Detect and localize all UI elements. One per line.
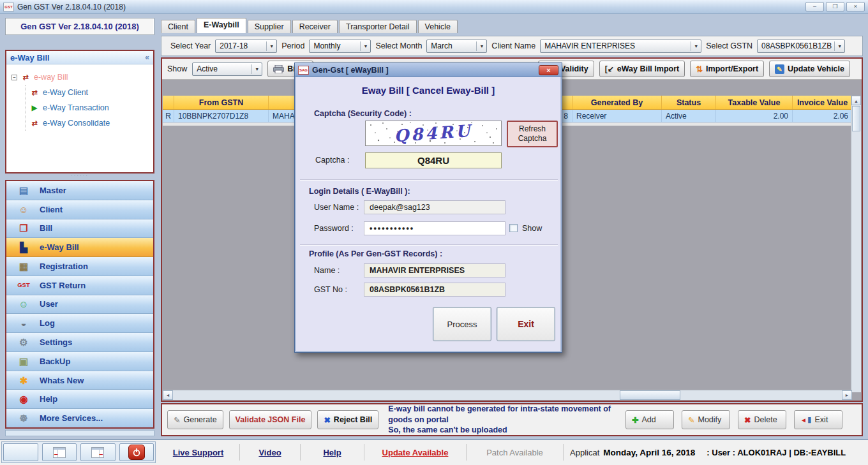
update-available-link[interactable]: Update Available <box>382 448 449 457</box>
menu-item-eway-bill[interactable]: ▙e-Way Bill <box>6 238 153 257</box>
add-button[interactable]: ✚Add <box>625 410 674 429</box>
menu-item-client[interactable]: ☺Client <box>6 200 153 219</box>
horizontal-scrollbar[interactable]: ◄ ► <box>163 390 852 400</box>
collapse-right-panel-button[interactable]: – <box>80 443 116 461</box>
collapse-left-panel-button[interactable]: – <box>42 443 77 461</box>
cell: R <box>163 110 174 122</box>
menu-label[interactable]: User <box>40 299 58 309</box>
tab-receiver[interactable]: Receiver <box>292 20 338 33</box>
help-link[interactable]: Help <box>323 448 341 457</box>
col-header-taxable-value[interactable]: Taxable Value <box>716 96 793 109</box>
import-export-button[interactable]: ⇅Import/Export <box>690 61 764 77</box>
menu-label[interactable]: Help <box>40 394 57 404</box>
col-header-status[interactable]: Status <box>662 96 716 109</box>
chevron-down-icon: ▼ <box>691 41 698 51</box>
reject-bill-button[interactable]: ✖Reject Bill <box>317 410 378 429</box>
main-menu: ▤Master ☺Client ❒Bill ▙e-Way Bill ▦Regis… <box>5 180 154 429</box>
menu-item-log[interactable]: ◒Log <box>6 314 153 333</box>
restore-icon[interactable]: ❐ <box>826 2 844 11</box>
show-password-checkbox[interactable] <box>509 224 518 232</box>
menu-item-more-services[interactable]: ☸More Services... <box>6 409 153 427</box>
menu-item-master[interactable]: ▤Master <box>6 181 153 200</box>
menu-item-settings[interactable]: ⚙Settings <box>6 333 153 352</box>
password-field[interactable]: ••••••••••• <box>364 221 505 235</box>
blank-button[interactable] <box>3 443 38 461</box>
power-button[interactable] <box>119 443 154 461</box>
process-button[interactable]: Process <box>433 307 491 341</box>
dialog-close-icon[interactable]: × <box>539 65 558 75</box>
menu-label[interactable]: BackUp <box>40 357 70 366</box>
menu-label[interactable]: Client <box>40 205 63 214</box>
exit-button[interactable]: ◄▮Exit <box>794 410 842 429</box>
scroll-right-icon[interactable]: ► <box>842 390 852 400</box>
menu-item-backup[interactable]: ▣BackUp <box>6 352 153 371</box>
tree-item-label[interactable]: e-Way Client <box>43 88 88 97</box>
bottom-action-bar: ✎Generate Validate JSON File ✖Reject Bil… <box>161 403 863 436</box>
col-header[interactable] <box>163 96 174 109</box>
menu-label[interactable]: Whats New <box>40 376 84 385</box>
menu-item-gst-return[interactable]: GSTGST Return <box>6 276 153 295</box>
scrollbar-thumb[interactable] <box>852 106 860 131</box>
tree-root-node[interactable]: − ⇄ e-way Bill <box>11 70 151 85</box>
menu-label[interactable]: Master <box>40 186 66 195</box>
username-field[interactable]: deepak@sag123 <box>364 200 505 214</box>
menu-label[interactable]: e-Way Bill <box>40 242 79 252</box>
live-support-link[interactable]: Live Support <box>173 448 223 457</box>
col-header-generated-by[interactable]: Generated By <box>572 96 662 109</box>
minimize-icon[interactable]: – <box>805 2 824 11</box>
tab-transporter-detail[interactable]: Transporter Detail <box>339 20 417 33</box>
period-select[interactable]: Monthly▼ <box>309 40 371 53</box>
update-vehicle-button[interactable]: ✎Update Vehicle <box>769 61 850 77</box>
tree-item-eway-client[interactable]: ⇄ e-Way Client <box>30 85 151 100</box>
year-select[interactable]: 2017-18▼ <box>215 40 277 53</box>
dialog-titlebar[interactable]: SAG Gen-Gst [ eWayBill ] × <box>295 63 562 77</box>
chevron-down-icon: ▼ <box>834 41 842 51</box>
panel-splitter[interactable]: ······ <box>5 174 154 179</box>
menu-item-help[interactable]: ◉Help <box>6 390 153 409</box>
period-label: Period <box>281 41 304 50</box>
tab-vehicle[interactable]: Vehicle <box>418 20 458 33</box>
vertical-scrollbar[interactable]: ▲ <box>851 96 861 392</box>
scrollbar-thumb[interactable] <box>620 390 680 400</box>
eway-bill-import-button[interactable]: [↙eWay Bill Import <box>599 61 685 77</box>
close-icon[interactable]: × <box>846 2 865 11</box>
delete-button[interactable]: ✖Delete <box>738 410 786 429</box>
show-select[interactable]: Active▼ <box>192 63 262 76</box>
tree-item-eway-consolidate[interactable]: ⇄ e-Way Consolidate <box>30 115 151 131</box>
collapse-panel-icon[interactable]: « <box>145 53 149 62</box>
menu-label[interactable]: Log <box>40 318 55 328</box>
tree-expand-icon[interactable]: − <box>11 75 17 80</box>
client-icon: ☺ <box>17 205 31 214</box>
gstn-select[interactable]: 08ASBPK0561B1ZB▼ <box>757 40 845 53</box>
menu-item-bill[interactable]: ❒Bill <box>6 219 153 239</box>
tree-item-eway-transaction[interactable]: ▶ e-Way Transaction <box>30 100 151 115</box>
modify-button[interactable]: ✎Modify <box>682 410 730 429</box>
month-select[interactable]: March▼ <box>426 40 487 53</box>
tree-item-label[interactable]: e-Way Transaction <box>43 103 109 112</box>
menu-label[interactable]: More Services... <box>40 413 103 423</box>
tab-client[interactable]: Client <box>161 20 195 33</box>
menu-label[interactable]: Bill <box>40 223 52 233</box>
tree-item-label[interactable]: e-Way Consolidate <box>43 119 110 128</box>
scroll-up-icon[interactable]: ▲ <box>851 96 861 105</box>
menu-label[interactable]: GST Return <box>40 281 86 290</box>
col-header-from-gstn[interactable]: From GSTN <box>174 96 269 109</box>
menu-label[interactable]: Registration <box>40 262 88 271</box>
refresh-captcha-button[interactable]: RefreshCaptcha <box>507 121 558 147</box>
scroll-left-icon[interactable]: ◄ <box>163 390 173 400</box>
tab-e-waybill[interactable]: E-Waybill <box>197 18 246 33</box>
dialog-exit-button[interactable]: Exit <box>497 307 555 341</box>
menu-item-user[interactable]: ☺User <box>6 295 153 314</box>
col-header-invoice-value[interactable]: Invoice Value <box>793 96 853 109</box>
generate-button[interactable]: ✎Generate <box>167 410 223 429</box>
dialog-title: Gen-Gst [ eWayBill ] <box>312 66 389 75</box>
video-link[interactable]: Video <box>258 448 281 457</box>
tree-root-label[interactable]: e-way Bill <box>34 73 68 82</box>
menu-item-whats-new[interactable]: ✱Whats New <box>6 371 153 390</box>
menu-item-registration[interactable]: ▦Registration <box>6 257 153 276</box>
validate-json-button[interactable]: Validate JSON File <box>229 410 312 429</box>
captcha-input[interactable]: Q84RU <box>365 152 502 168</box>
menu-label[interactable]: Settings <box>40 337 72 347</box>
tab-supplier[interactable]: Supplier <box>248 20 291 33</box>
client-name-select[interactable]: MAHAVIR ENTERPRISES▼ <box>540 40 701 53</box>
